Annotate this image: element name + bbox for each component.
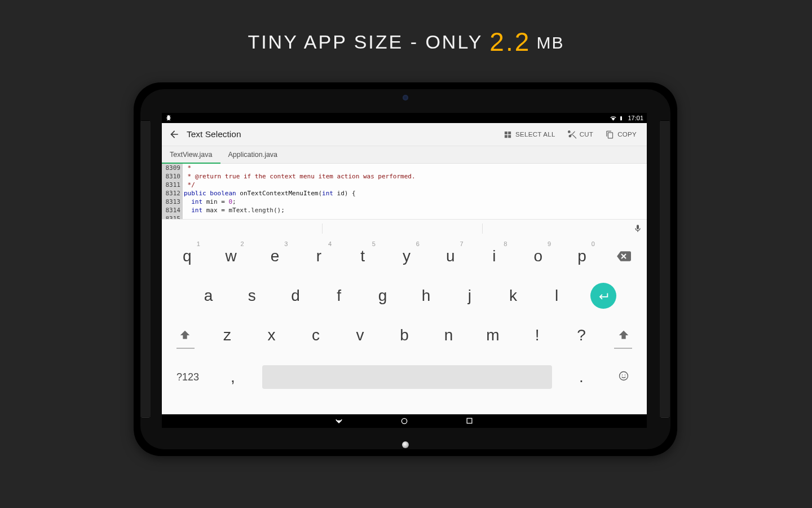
- key-e[interactable]: 3e: [253, 239, 297, 273]
- key-y[interactable]: 6y: [385, 239, 429, 273]
- key-w[interactable]: 2w: [209, 239, 253, 273]
- nav-recent-button[interactable]: [465, 417, 474, 426]
- contextual-action-bar: Text Selection SELECT ALL CUT COPY: [162, 123, 647, 146]
- tab-strip: TextView.javaApplication.java: [162, 146, 647, 164]
- smiley-icon: [618, 370, 629, 382]
- key-s[interactable]: s: [230, 279, 273, 313]
- arrow-back-icon: [169, 129, 180, 140]
- backspace-key[interactable]: [604, 239, 643, 273]
- battery-icon: [619, 115, 625, 121]
- shift-icon: [617, 329, 630, 341]
- device-screen: 17:01 Text Selection SELECT ALL CUT: [162, 113, 647, 428]
- key-p[interactable]: 0p: [560, 239, 604, 273]
- code-line[interactable]: public boolean onTextContextMenuItem(int…: [184, 189, 647, 198]
- key-z[interactable]: z: [205, 318, 250, 352]
- key-question[interactable]: ?: [559, 318, 604, 352]
- scissors-icon: [568, 130, 576, 139]
- line-number: 8314: [164, 206, 180, 214]
- select-all-button[interactable]: SELECT ALL: [498, 123, 561, 146]
- svg-point-1: [622, 374, 623, 375]
- svg-rect-4: [467, 418, 472, 423]
- line-number: 8313: [164, 198, 180, 206]
- nav-home-button[interactable]: [400, 417, 409, 426]
- key-k[interactable]: k: [491, 279, 535, 313]
- mic-icon[interactable]: [633, 224, 642, 233]
- soft-keyboard: 1q2w3e4r5t6y7u8i9o0p asdfghjkl zxcvbnm!?…: [162, 219, 647, 414]
- key-u[interactable]: 7u: [429, 239, 473, 273]
- line-number: 8312: [164, 189, 180, 198]
- enter-key[interactable]: [590, 283, 616, 309]
- copy-icon: [606, 130, 614, 139]
- line-number: 8310: [164, 172, 180, 181]
- key-o[interactable]: 9o: [516, 239, 560, 273]
- wifi-icon: [610, 115, 616, 121]
- key-t[interactable]: 5t: [341, 239, 385, 273]
- key-n[interactable]: n: [426, 318, 471, 352]
- tab-textview-java[interactable]: TextView.java: [162, 146, 220, 163]
- enter-arrow-icon: [597, 290, 610, 302]
- cab-title: Text Selection: [187, 129, 498, 139]
- key-v[interactable]: v: [338, 318, 382, 352]
- key-q[interactable]: 1q: [165, 239, 209, 273]
- key-i[interactable]: 8i: [473, 239, 517, 273]
- key-x[interactable]: x: [249, 318, 294, 352]
- status-time: 17:01: [628, 115, 643, 121]
- status-bar: 17:01: [162, 113, 647, 123]
- backspace-icon: [616, 249, 631, 264]
- tab-application-java[interactable]: Application.java: [220, 146, 286, 163]
- headline-unit: MB: [531, 33, 564, 52]
- key-h[interactable]: h: [404, 279, 448, 313]
- nav-bar: [162, 414, 647, 428]
- svg-point-0: [620, 371, 628, 380]
- triangle-down-icon: [334, 417, 343, 426]
- shift-key-right[interactable]: [603, 318, 643, 352]
- key-r[interactable]: 4r: [297, 239, 341, 273]
- cut-label: CUT: [580, 131, 594, 138]
- key-f[interactable]: f: [317, 279, 361, 313]
- code-line[interactable]: *: [184, 164, 647, 172]
- code-line[interactable]: int max = mText.length();: [184, 206, 647, 214]
- grid-icon: [504, 130, 512, 139]
- front-camera: [403, 95, 408, 100]
- space-key[interactable]: [262, 365, 552, 389]
- home-indicator: [402, 441, 409, 448]
- key-l[interactable]: l: [535, 279, 579, 313]
- headline-pre: TINY APP SIZE - ONLY: [248, 31, 489, 52]
- nav-back-button[interactable]: [334, 417, 343, 426]
- period-key[interactable]: .: [559, 368, 604, 386]
- square-icon: [465, 417, 474, 425]
- headline-accent: 2.2: [489, 27, 531, 56]
- select-all-label: SELECT ALL: [515, 131, 555, 138]
- speaker-right: [660, 121, 670, 418]
- comma-key[interactable]: ,: [210, 368, 255, 386]
- emoji-key[interactable]: [604, 370, 643, 384]
- code-line[interactable]: */: [184, 181, 647, 189]
- key-j[interactable]: j: [448, 279, 491, 313]
- key-exclaim[interactable]: !: [515, 318, 559, 352]
- copy-label: COPY: [617, 131, 637, 138]
- key-g[interactable]: g: [361, 279, 404, 313]
- key-m[interactable]: m: [471, 318, 515, 352]
- keyboard-bottom-row: ?123 , .: [162, 355, 647, 399]
- key-d[interactable]: d: [273, 279, 317, 313]
- debug-icon: [165, 115, 172, 121]
- code-line[interactable]: * @return true if the context menu item …: [184, 172, 647, 181]
- svg-point-2: [625, 374, 626, 375]
- key-c[interactable]: c: [294, 318, 338, 352]
- marketing-headline: TINY APP SIZE - ONLY 2.2 MB: [0, 27, 812, 57]
- key-b[interactable]: b: [382, 318, 427, 352]
- speaker-left: [140, 121, 151, 418]
- shift-key-left[interactable]: [165, 318, 205, 352]
- symbols-switch-key[interactable]: ?123: [165, 371, 210, 383]
- tablet-frame: 17:01 Text Selection SELECT ALL CUT: [134, 82, 677, 456]
- shift-icon: [179, 329, 191, 341]
- action-back-button[interactable]: [166, 126, 182, 142]
- svg-point-3: [401, 418, 407, 423]
- copy-button[interactable]: COPY: [600, 123, 642, 146]
- key-a[interactable]: a: [187, 279, 230, 313]
- code-line[interactable]: int min = 0;: [184, 198, 647, 206]
- candidate-bar: [162, 221, 647, 237]
- cut-button[interactable]: CUT: [562, 123, 599, 146]
- line-number: 8311: [164, 181, 180, 189]
- line-number: 8309: [164, 164, 180, 172]
